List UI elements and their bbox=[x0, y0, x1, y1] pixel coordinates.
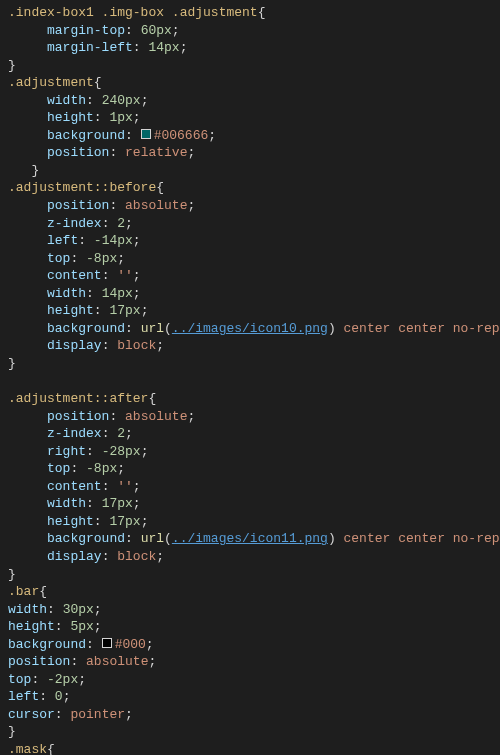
brace-close: } bbox=[8, 567, 16, 582]
css-property: z-index bbox=[47, 426, 102, 441]
semicolon: ; bbox=[172, 23, 180, 38]
css-function: url bbox=[141, 531, 164, 546]
semicolon: ; bbox=[141, 444, 149, 459]
css-property: left bbox=[8, 689, 39, 704]
css-keyword: center bbox=[344, 321, 391, 336]
colon: : bbox=[78, 233, 94, 248]
colon: : bbox=[102, 479, 118, 494]
semicolon: ; bbox=[133, 268, 141, 283]
brace-close: } bbox=[8, 58, 16, 73]
selector-line: .bar{ bbox=[8, 583, 500, 601]
css-property: display bbox=[47, 338, 102, 353]
semicolon: ; bbox=[133, 496, 141, 511]
brace-close-line: } bbox=[8, 566, 500, 584]
colon: : bbox=[125, 128, 141, 143]
blank-line bbox=[8, 372, 500, 390]
css-keyword: no-repeat bbox=[453, 531, 500, 546]
css-property: width bbox=[47, 286, 86, 301]
brace-close: } bbox=[8, 356, 16, 371]
brace-open: { bbox=[148, 391, 156, 406]
css-value: 30px bbox=[63, 602, 94, 617]
selector-line: .mask{ bbox=[8, 741, 500, 755]
colon: : bbox=[47, 602, 63, 617]
colon: : bbox=[70, 251, 86, 266]
semicolon: ; bbox=[208, 128, 216, 143]
semicolon: ; bbox=[125, 216, 133, 231]
css-value: 240px bbox=[102, 93, 141, 108]
css-value: 1px bbox=[109, 110, 132, 125]
colon: : bbox=[31, 672, 47, 687]
colon: : bbox=[125, 531, 141, 546]
css-value: 0 bbox=[55, 689, 63, 704]
colon: : bbox=[94, 110, 110, 125]
semicolon: ; bbox=[146, 637, 154, 652]
semicolon: ; bbox=[141, 303, 149, 318]
css-property: top bbox=[47, 251, 70, 266]
css-string: '' bbox=[117, 479, 133, 494]
colon: : bbox=[70, 461, 86, 476]
semicolon: ; bbox=[133, 110, 141, 125]
declaration-line: height: 17px; bbox=[8, 513, 500, 531]
semicolon: ; bbox=[133, 479, 141, 494]
declaration-line: content: ''; bbox=[8, 267, 500, 285]
css-value: 17px bbox=[109, 303, 140, 318]
css-keyword: absolute bbox=[125, 198, 187, 213]
colon: : bbox=[94, 514, 110, 529]
css-value: 5px bbox=[70, 619, 93, 634]
css-property: cursor bbox=[8, 707, 55, 722]
declaration-line: position: absolute; bbox=[8, 408, 500, 426]
brace-close-line: } bbox=[8, 723, 500, 741]
declaration-line: height: 17px; bbox=[8, 302, 500, 320]
color-swatch bbox=[141, 129, 151, 139]
semicolon: ; bbox=[133, 233, 141, 248]
css-property: right bbox=[47, 444, 86, 459]
brace-close-line: } bbox=[8, 355, 500, 373]
colon: : bbox=[39, 689, 55, 704]
declaration-line: top: -8px; bbox=[8, 250, 500, 268]
punctuation: ( bbox=[164, 531, 172, 546]
css-property: background bbox=[47, 531, 125, 546]
semicolon: ; bbox=[180, 40, 188, 55]
semicolon: ; bbox=[187, 145, 195, 160]
semicolon: ; bbox=[133, 286, 141, 301]
css-string: '' bbox=[117, 268, 133, 283]
semicolon: ; bbox=[187, 409, 195, 424]
colon: : bbox=[102, 549, 118, 564]
brace-open: { bbox=[156, 180, 164, 195]
semicolon: ; bbox=[117, 251, 125, 266]
css-value: 17px bbox=[102, 496, 133, 511]
brace-close-line: } bbox=[8, 162, 500, 180]
color-swatch bbox=[102, 638, 112, 648]
css-value: 60px bbox=[141, 23, 172, 38]
code-editor[interactable]: .index-box1 .img-box .adjustment{ margin… bbox=[0, 0, 500, 755]
css-property: position bbox=[47, 198, 109, 213]
colon: : bbox=[125, 321, 141, 336]
semicolon: ; bbox=[125, 707, 133, 722]
css-property: height bbox=[47, 514, 94, 529]
colon: : bbox=[102, 426, 118, 441]
brace-open: { bbox=[47, 742, 55, 755]
colon: : bbox=[55, 619, 71, 634]
declaration-line: margin-top: 60px; bbox=[8, 22, 500, 40]
declaration-line: right: -28px; bbox=[8, 443, 500, 461]
declaration-line: position: absolute; bbox=[8, 197, 500, 215]
css-value: -28px bbox=[102, 444, 141, 459]
declaration-line: width: 14px; bbox=[8, 285, 500, 303]
colon: : bbox=[94, 303, 110, 318]
declaration-line: display: block; bbox=[8, 548, 500, 566]
css-property: height bbox=[47, 303, 94, 318]
declaration-line: left: 0; bbox=[8, 688, 500, 706]
css-property: background bbox=[47, 321, 125, 336]
css-selector: .adjustment::before bbox=[8, 180, 156, 195]
semicolon: ; bbox=[156, 338, 164, 353]
css-keyword: block bbox=[117, 549, 156, 564]
css-property: top bbox=[47, 461, 70, 476]
css-value: 2 bbox=[117, 216, 125, 231]
brace-close-line: } bbox=[8, 57, 500, 75]
declaration-line: left: -14px; bbox=[8, 232, 500, 250]
css-property: display bbox=[47, 549, 102, 564]
colon: : bbox=[102, 216, 118, 231]
css-keyword: no-repeat bbox=[453, 321, 500, 336]
declaration-line: cursor: pointer; bbox=[8, 706, 500, 724]
semicolon: ; bbox=[63, 689, 71, 704]
